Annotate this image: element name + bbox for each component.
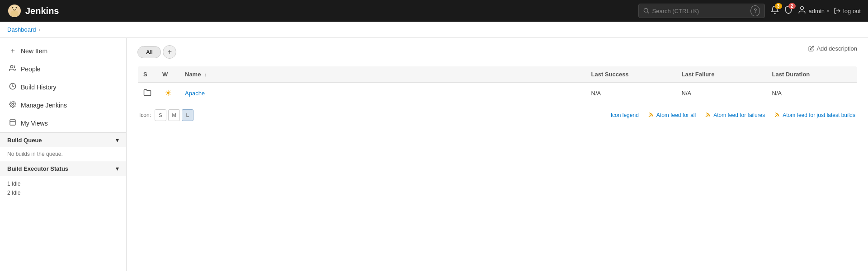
search-icon [643,8,650,14]
icon-size-label: Icon: [139,112,151,118]
folder-icon [143,91,151,98]
build-executor-title: Build Executor Status [7,165,68,172]
jobs-table: S W Name ↑ Last Success Last Failure Las… [137,66,857,104]
rss-failures-icon [705,112,711,119]
col-header-last-success: Last Success [586,66,676,83]
row-status-icon [138,83,157,104]
header-actions: 3 2 admin ▾ log out [770,5,861,17]
build-queue-section: Build Queue ▾ No builds in the queue. [0,132,126,161]
sidebar-item-manage-jenkins[interactable]: Manage Jenkins [0,96,126,114]
row-last-duration: N/A [767,83,857,104]
row-name: Apache [179,83,586,104]
col-header-s: S [138,66,157,83]
main-layout: ＋ New Item People Build History [0,38,868,271]
search-input[interactable] [652,8,748,14]
jenkins-logo-icon [7,4,22,18]
size-m-button[interactable]: M [168,109,180,121]
name-sort-icon: ↑ [204,72,207,77]
icon-legend-link[interactable]: Icon legend [611,112,639,118]
gear-icon [9,101,16,110]
svg-point-4 [16,7,17,9]
svg-point-15 [775,116,776,117]
notifications-button[interactable]: 3 [770,5,779,17]
row-last-failure: N/A [676,83,767,104]
svg-point-14 [706,116,707,117]
build-queue-header[interactable]: Build Queue ▾ [0,132,126,147]
atom-feed-all-label: Atom feed for all [656,112,696,118]
new-item-label: New Item [21,47,47,55]
add-description-button[interactable]: Add description [808,45,857,52]
rss-latest-icon [774,112,780,119]
table-header: S W Name ↑ Last Success Last Failure Las… [138,66,857,83]
my-views-label: My Views [21,120,48,127]
svg-point-13 [649,116,650,117]
search-bar[interactable]: ? [638,4,765,18]
content-top-bar: All + Add description [137,45,857,59]
executor-2-status: Idle [12,190,20,196]
icon-legend-label: Icon legend [611,112,639,118]
col-header-last-failure: Last Failure [676,66,767,83]
col-header-w: W [157,66,179,83]
atom-feed-latest-link[interactable]: Atom feed for just latest builds [774,112,855,119]
svg-line-6 [647,12,649,13]
executor-1-status: Idle [12,181,20,187]
settings-icon [9,101,16,108]
table-row: ☀ Apache N/A N/A N/A [138,83,857,104]
build-queue-body: No builds in the queue. [0,147,126,161]
build-history-icon [9,83,16,92]
add-tab-button[interactable]: + [163,45,176,59]
pencil-icon [808,46,814,51]
job-apache-link[interactable]: Apache [185,90,205,97]
svg-point-3 [12,7,14,9]
people-label: People [21,65,41,73]
app-header: Jenkins ? 3 2 [0,0,868,22]
table-footer: Icon: S M L Icon legend Atom feed for [137,104,857,123]
atom-feed-all-link[interactable]: Atom feed for all [648,112,696,119]
tab-all[interactable]: All [137,46,161,58]
sidebar-item-new-item[interactable]: ＋ New Item [0,42,126,60]
size-l-button[interactable]: L [182,109,193,121]
build-executor-header[interactable]: Build Executor Status ▾ [0,161,126,176]
executor-2-id: 2 [7,190,10,196]
my-views-icon [9,119,16,128]
build-executor-collapse-icon: ▾ [116,165,119,172]
logout-button[interactable]: log out [834,7,861,14]
jenkins-logo[interactable]: Jenkins [7,4,59,18]
clock-icon [9,83,16,90]
executor-1: 1 Idle [7,179,119,188]
breadcrumb: Dashboard › [0,22,868,38]
search-help-button[interactable]: ? [750,5,760,16]
people-svg-icon [9,65,16,72]
footer-links: Icon legend Atom feed for all [611,112,855,119]
col-header-last-duration: Last Duration [767,66,857,83]
icon-size-group: Icon: S M L [139,109,193,121]
add-description-label: Add description [816,45,857,52]
build-queue-empty: No builds in the queue. [7,151,63,157]
app-title: Jenkins [25,6,59,16]
sidebar-item-build-history[interactable]: Build History [0,78,126,96]
size-s-button[interactable]: S [155,109,166,121]
svg-point-11 [12,103,14,105]
table-body: ☀ Apache N/A N/A N/A [138,83,857,104]
build-executor-section: Build Executor Status ▾ 1 Idle 2 Idle [0,161,126,201]
svg-point-9 [10,65,13,68]
sidebar-item-my-views[interactable]: My Views [0,114,126,132]
rss-all-icon [648,112,654,119]
atom-feed-failures-link[interactable]: Atom feed for failures [705,112,765,119]
user-menu[interactable]: admin ▾ [797,5,829,17]
svg-point-2 [10,10,19,17]
manage-jenkins-label: Manage Jenkins [21,102,67,109]
main-content: All + Add description S W Name ↑ [127,38,868,271]
sunny-weather-icon: ☀ [165,89,172,98]
notifications-badge: 3 [775,3,782,9]
executor-2: 2 Idle [7,188,119,197]
breadcrumb-dashboard[interactable]: Dashboard [7,26,36,33]
security-button[interactable]: 2 [784,5,793,17]
build-executor-body: 1 Idle 2 Idle [0,176,126,201]
user-menu-chevron-icon: ▾ [827,9,829,14]
sidebar-item-people[interactable]: People [0,60,126,78]
col-header-name: Name ↑ [179,66,586,83]
atom-feed-latest-label: Atom feed for just latest builds [783,112,855,118]
atom-feed-failures-label: Atom feed for failures [713,112,765,118]
logout-label: log out [843,8,861,14]
